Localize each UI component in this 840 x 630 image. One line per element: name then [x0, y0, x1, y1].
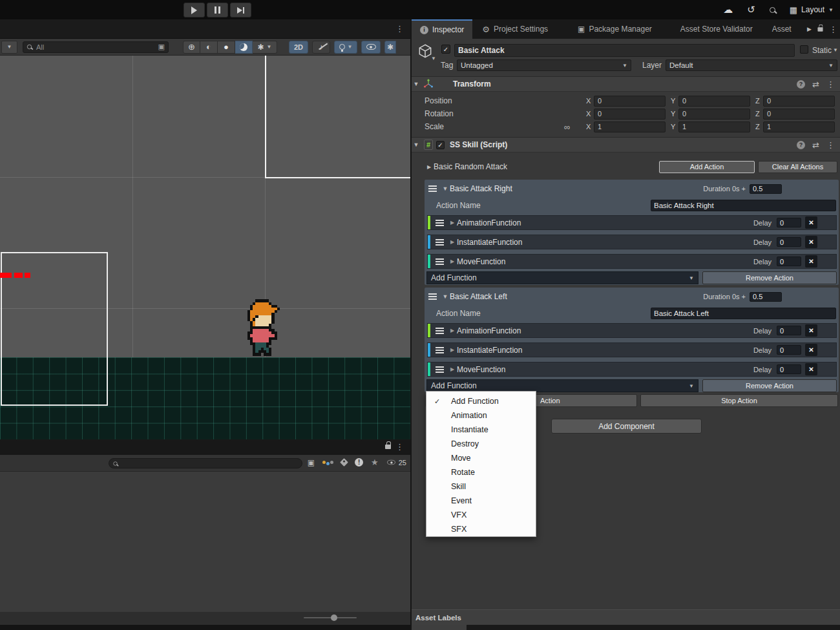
gameobject-icon-dropdown[interactable]: ▼ [431, 56, 436, 61]
rotation-z-field[interactable]: 0 [763, 109, 835, 120]
foldout-closed-icon[interactable]: ▶ [448, 258, 457, 264]
transform-header[interactable]: ▼ Transform ? ⇄ ⋮ [412, 76, 840, 92]
function-row[interactable]: ▶ AnimationFunction Delay 0 ✕ [427, 215, 837, 230]
static-dropdown-icon[interactable]: ▼ [833, 47, 838, 53]
scene-search-field[interactable]: All ▣ [23, 41, 169, 53]
delay-field[interactable]: 0 [777, 326, 801, 335]
project-search-field[interactable] [109, 458, 302, 468]
drag-handle-icon[interactable] [436, 258, 444, 265]
scene-viewport[interactable] [0, 56, 412, 439]
action-header[interactable]: ▼ Basic Attack Left Duration 0s + 0.5 [426, 289, 837, 304]
drag-handle-icon[interactable] [428, 185, 437, 192]
clear-all-actions-button[interactable]: Clear All Actions [758, 161, 837, 173]
drag-handle-icon[interactable] [428, 293, 437, 300]
drag-handle-icon[interactable] [436, 239, 444, 246]
foldout-closed-icon[interactable]: ▶ [425, 164, 434, 170]
add-function-dropdown[interactable]: Add Function▼ [426, 379, 698, 392]
component-menu-icon[interactable]: ⋮ [826, 140, 835, 150]
action-name-field[interactable]: Basic Attack Left [651, 308, 836, 319]
layer-dropdown[interactable]: Default▼ [666, 59, 837, 71]
duration-field[interactable]: 0.5 [750, 184, 782, 194]
cloud-icon[interactable]: ☁ [723, 4, 733, 16]
function-row[interactable]: ▶ InstantiateFunction Delay 0 ✕ [427, 235, 837, 249]
toggle-2d-button[interactable]: 2D [289, 41, 308, 54]
foldout-open-icon[interactable]: ▼ [441, 185, 450, 192]
tab-asset-store-validator[interactable]: Asset Store Validator [672, 19, 761, 39]
moon-mode-button[interactable] [235, 41, 253, 54]
asset-filter-icon[interactable] [322, 459, 333, 465]
menu-item-event[interactable]: Event [426, 494, 536, 508]
position-x-field[interactable]: 0 [594, 96, 666, 107]
tab-project-settings[interactable]: ⚙ Project Settings [474, 19, 556, 39]
add-function-dropdown[interactable]: Add Function▼ [426, 271, 698, 284]
duration-field[interactable]: 0.5 [750, 292, 782, 302]
project-content-area[interactable] [0, 472, 412, 612]
inspector-menu-icon[interactable]: ⋮ [829, 25, 837, 34]
play-button[interactable] [184, 3, 205, 17]
audio-mute-button[interactable]: ♪ [312, 41, 330, 54]
tab-inspector[interactable]: i Inspector [412, 19, 472, 39]
drag-handle-icon[interactable] [436, 220, 444, 226]
open-window-icon[interactable]: ▣ [308, 458, 315, 467]
foldout-open-icon[interactable]: ▼ [441, 293, 450, 300]
delay-field[interactable]: 0 [777, 364, 801, 374]
function-row[interactable]: ▶ InstantiateFunction Delay 0 ✕ [427, 342, 837, 357]
shaded-mode-button[interactable]: ◐ [200, 41, 218, 54]
menu-item-add-function[interactable]: ✓Add Function [426, 394, 536, 408]
popout-icon[interactable]: ▣ [158, 43, 165, 51]
drag-handle-icon[interactable] [436, 328, 444, 334]
action-name-field[interactable]: Basic Attack Right [651, 200, 836, 211]
visibility-dropdown-button[interactable]: ▼ [1, 41, 17, 54]
static-checkbox[interactable] [800, 45, 808, 54]
menu-item-move[interactable]: Move [426, 451, 536, 465]
function-row[interactable]: ▶ MoveFunction Delay 0 ✕ [427, 254, 837, 269]
menu-item-skill[interactable]: Skill [426, 479, 536, 494]
presets-icon[interactable]: ⇄ [812, 79, 819, 89]
zoom-slider-knob[interactable] [331, 614, 337, 621]
ss-skill-header[interactable]: ▼ # ✓ SS Skill (Script) ? ⇄ ⋮ [412, 137, 840, 152]
presets-icon[interactable]: ⇄ [812, 140, 819, 150]
shaded-wireframe-button[interactable]: ⊕ [183, 41, 200, 54]
foldout-closed-icon[interactable]: ▶ [448, 220, 457, 226]
inspector-lock-icon[interactable] [817, 27, 823, 31]
add-component-button[interactable]: Add Component [551, 419, 702, 434]
function-row[interactable]: ▶ MoveFunction Delay 0 ✕ [427, 362, 837, 377]
foldout-open-icon[interactable]: ▼ [412, 142, 421, 148]
remove-function-button[interactable]: ✕ [805, 236, 817, 248]
scale-y-field[interactable]: 1 [678, 121, 750, 132]
drag-handle-icon[interactable] [436, 366, 444, 373]
tab-package-manager[interactable]: ▣ Package Manager [569, 19, 660, 39]
action-header[interactable]: ▼ Basic Attack Right Duration 0s + 0.5 [426, 181, 837, 196]
layout-dropdown[interactable]: ▦ Layout ▼ [790, 5, 834, 15]
alert-icon[interactable]: ! [355, 458, 363, 467]
stop-action-button[interactable]: Stop Action [640, 394, 838, 407]
player-character-sprite[interactable] [247, 299, 282, 356]
zoom-slider-track[interactable] [304, 617, 357, 618]
remove-function-button[interactable]: ✕ [805, 255, 817, 268]
undo-history-icon[interactable]: ↺ [747, 4, 755, 16]
remove-function-button[interactable]: ✕ [805, 344, 817, 356]
tab-scroll-right-icon[interactable]: ▶ [807, 26, 812, 32]
drag-handle-icon[interactable] [436, 347, 444, 353]
search-icon[interactable] [770, 7, 775, 13]
asset-labels-bar[interactable]: Asset Labels [412, 609, 840, 625]
foldout-open-icon[interactable]: ▼ [412, 81, 421, 87]
position-z-field[interactable]: 0 [763, 96, 835, 107]
lock-icon[interactable] [385, 445, 391, 449]
lighting-dropdown-button[interactable]: ▼ [334, 41, 357, 54]
help-icon[interactable]: ? [797, 141, 805, 149]
scale-z-field[interactable]: 1 [763, 121, 835, 132]
tab-asset-clipped[interactable]: Asset [764, 19, 792, 39]
favorites-star-icon[interactable]: ★ [371, 457, 379, 467]
menu-item-sfx[interactable]: SFX [426, 522, 536, 536]
delay-field[interactable]: 0 [777, 237, 801, 247]
help-icon[interactable]: ? [797, 80, 805, 89]
rotation-y-field[interactable]: 0 [678, 109, 750, 120]
tag-dropdown[interactable]: Untagged▼ [457, 59, 631, 71]
remove-action-button[interactable]: Remove Action [702, 271, 837, 284]
step-button[interactable] [230, 3, 251, 17]
function-row[interactable]: ▶ AnimationFunction Delay 0 ✕ [427, 323, 837, 338]
remove-action-button[interactable]: Remove Action [702, 379, 837, 392]
component-menu-icon[interactable]: ⋮ [826, 79, 835, 89]
menu-item-rotate[interactable]: Rotate [426, 465, 536, 479]
